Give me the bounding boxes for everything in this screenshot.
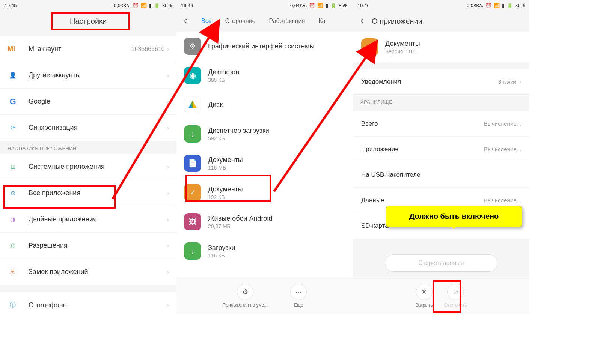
row-label: Двойные приложения <box>29 215 167 223</box>
app-name: Диспетчер загрузки <box>208 127 269 135</box>
chevron-right-icon: › <box>167 190 169 197</box>
wifi-icon: 📶 <box>141 3 147 8</box>
app-row[interactable]: ⚙ Графический интерфейс системы <box>176 32 353 61</box>
mi-logo-icon: MI <box>8 45 15 53</box>
back-button[interactable] <box>176 17 194 25</box>
row-total: ВсегоВычисление... <box>353 111 529 137</box>
app-row[interactable]: ◉ Диктофон388 КБ <box>176 61 353 90</box>
app-size: 116 МБ <box>208 165 243 171</box>
bottom-bar: ✕ Закрыть ⊘ Отключить <box>353 277 529 314</box>
app-row[interactable]: ↓ Диспетчер загрузки592 КБ <box>176 119 353 149</box>
dual-icon: ◑ <box>8 214 18 225</box>
row-sync[interactable]: ⟳ Синхронизация › <box>0 115 176 141</box>
app-row[interactable]: ↓ Загрузки116 КБ <box>176 236 353 266</box>
app-name: Диск <box>208 101 223 109</box>
row-label: Синхронизация <box>29 124 167 132</box>
row-label: На USB-накопителе <box>361 171 521 179</box>
alarm-icon: ⏰ <box>133 3 139 8</box>
content: ✓ ДокументыВерсия 6.0.1 Уведомления Знач… <box>353 32 529 314</box>
app-icon: 📄 <box>184 155 201 172</box>
row-mi-account[interactable]: MI Mi аккаунт 1635666610 › <box>0 36 176 62</box>
row-dual-apps[interactable]: ◑ Двойные приложения › <box>0 206 176 233</box>
row-all-apps[interactable]: ⊙ Все приложения › <box>0 180 176 206</box>
status-speed: 0,03K/c <box>114 3 130 8</box>
action-label: Отключить <box>444 302 467 308</box>
app-row[interactable]: Диск <box>176 90 353 119</box>
app-icon: ◉ <box>184 67 201 84</box>
chevron-right-icon: › <box>167 125 169 131</box>
status-battery: 85% <box>339 3 348 8</box>
tab-running[interactable]: Работающие <box>262 18 312 24</box>
row-label: Mi аккаунт <box>29 45 131 53</box>
row-system-apps[interactable]: ⊞ Системные приложения › <box>0 154 176 180</box>
row-about-phone[interactable]: ⓘ О телефоне › <box>0 292 176 314</box>
statusbar: 19:46 0,08K/c ⏰ 📶 ▮ 🔋 85% <box>353 0 529 11</box>
row-notifications[interactable]: Уведомления Значки › <box>353 69 529 95</box>
defaults-button[interactable]: ⚙ Приложения по умо... <box>223 284 268 308</box>
tab-all[interactable]: Все <box>194 18 219 24</box>
signal-icon: ▮ <box>502 3 505 8</box>
dots-icon: ⋯ <box>295 288 302 296</box>
more-button[interactable]: ⋯ Еще <box>290 284 307 308</box>
shield-icon: ⛨ <box>8 267 18 277</box>
clear-data-button[interactable]: Стереть данные <box>385 254 497 272</box>
app-row-documents[interactable]: ✓ Документы192 КБ <box>176 178 353 207</box>
action-label: Еще <box>294 302 303 308</box>
row-other-accounts[interactable]: 👤 Другие аккаунты › <box>0 62 176 89</box>
screen-app-info: 19:46 0,08K/c ⏰ 📶 ▮ 🔋 85% О приложении ✓… <box>353 0 529 314</box>
status-battery: 85% <box>162 3 172 8</box>
row-label: Всего <box>361 120 484 128</box>
battery-icon: 🔋 <box>507 3 513 8</box>
close-button[interactable]: ✕ Закрыть <box>416 284 433 308</box>
callout-text: Должно быть включено <box>409 212 499 220</box>
app-size: 20,07 МБ <box>208 223 273 229</box>
row-label: Google <box>29 98 167 105</box>
row-value: Вычисление... <box>484 120 521 127</box>
app-header: ✓ ДокументыВерсия 6.0.1 <box>353 32 529 62</box>
alarm-icon: ⏰ <box>309 3 315 8</box>
app-row[interactable]: 🖼 Живые обои Android20,07 МБ <box>176 207 353 236</box>
disable-button[interactable]: ⊘ Отключить <box>444 284 467 308</box>
page-title: Настройки <box>70 17 107 26</box>
bottom-bar: ⚙ Приложения по умо... ⋯ Еще <box>176 277 353 314</box>
statusbar: 19:46 0,04K/c ⏰ 📶 ▮ 🔋 85% <box>176 0 353 11</box>
app-size: 192 КБ <box>208 194 243 200</box>
close-icon: ✕ <box>421 288 427 296</box>
status-time: 19:46 <box>181 3 193 8</box>
status-speed: 0,08K/c <box>467 3 483 8</box>
app-size: 116 КБ <box>208 253 235 259</box>
tab-partial[interactable]: Ка <box>312 18 332 24</box>
tab-third-party[interactable]: Сторонние <box>219 18 262 24</box>
app-list[interactable]: ⚙ Графический интерфейс системы ◉ Диктоф… <box>176 32 353 314</box>
row-app-lock[interactable]: ⛨ Замок приложений › <box>0 259 176 285</box>
app-name: Живые обои Android <box>208 215 273 223</box>
back-button[interactable] <box>357 17 368 25</box>
chevron-right-icon: › <box>167 164 169 170</box>
disable-icon: ⊘ <box>453 288 458 296</box>
row-usb: На USB-накопителе <box>353 162 529 188</box>
header-title: Настройки <box>0 11 176 32</box>
status-speed: 0,04K/c <box>290 3 307 8</box>
alarm-icon: ⏰ <box>485 3 491 8</box>
wifi-icon: 📶 <box>494 3 500 8</box>
screen-settings: 19:45 0,03K/c ⏰ 📶 ▮ 🔋 85% Настройки MI M… <box>0 0 176 314</box>
row-value: 1635666610 <box>131 46 165 53</box>
wifi-icon: 📶 <box>317 3 323 8</box>
row-google[interactable]: G Google › <box>0 89 176 115</box>
row-app-size: ПриложениеВычисление... <box>353 137 529 162</box>
row-label: Уведомления <box>361 78 498 86</box>
callout-tooltip: Должно быть включено <box>386 206 522 227</box>
app-name: Графический интерфейс системы <box>208 42 314 50</box>
row-value: Вычисление... <box>484 146 521 152</box>
app-size: 388 КБ <box>208 77 239 83</box>
grid-icon: ⊞ <box>8 162 18 172</box>
row-permissions[interactable]: ⌬ Разрешения › <box>0 233 176 259</box>
app-row[interactable]: 📄 Документы116 МБ <box>176 149 353 178</box>
row-label: Замок приложений <box>29 268 167 276</box>
row-label: Разрешения <box>29 242 167 250</box>
content: MI Mi аккаунт 1635666610 › 👤 Другие акка… <box>0 32 176 314</box>
chevron-right-icon: › <box>167 216 169 223</box>
section-header: НАСТРОЙКИ ПРИЛОЖЕНИЙ <box>0 141 176 154</box>
sync-icon: ⟳ <box>8 123 18 133</box>
section-header: ХРАНИЛИЩЕ <box>353 95 529 111</box>
